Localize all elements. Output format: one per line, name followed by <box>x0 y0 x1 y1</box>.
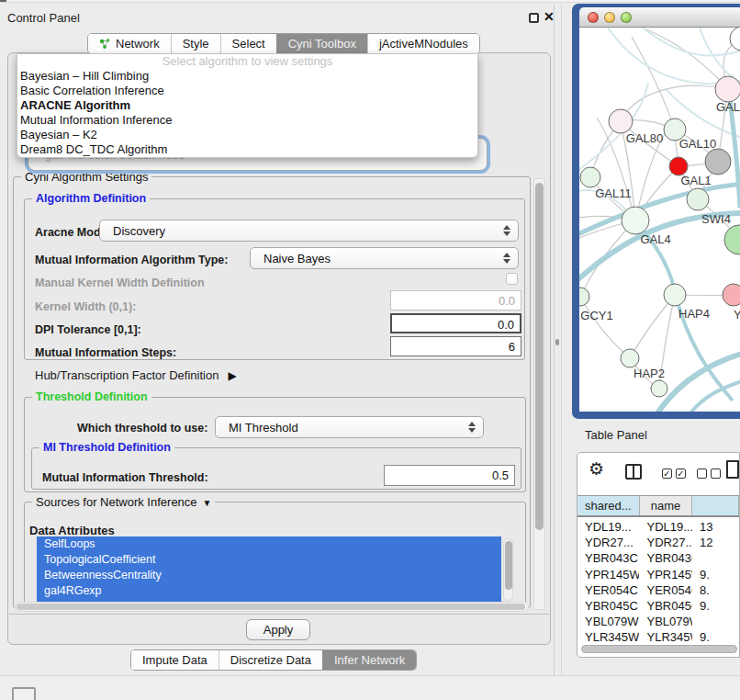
network-node[interactable] <box>687 188 709 210</box>
panel-splitter-edge <box>561 4 562 675</box>
table-row[interactable]: YBR043CYBR043C <box>577 550 739 566</box>
network-node[interactable] <box>622 207 649 234</box>
tab-style[interactable]: Style <box>171 34 220 53</box>
settings-hscrollbar-thumb[interactable] <box>17 604 525 610</box>
algorithm-option[interactable]: Basic Correlation Inference <box>17 84 477 98</box>
network-node[interactable] <box>580 167 600 187</box>
table-panel-body: ⚙ ✓ ✓ shared...name YDL19...YDL19...13YD… <box>577 452 740 658</box>
table-rows: YDL19...YDL19...13YDR27...YDR27...12YBR0… <box>577 519 739 644</box>
mi-threshold-field[interactable]: 0.5 <box>384 465 515 486</box>
close-icon[interactable]: ✕ <box>544 9 555 24</box>
deselect-all-checkbox-icon[interactable] <box>697 469 707 479</box>
attribute-item[interactable]: gal4RGexp <box>37 583 501 599</box>
tab-jactivemnodules[interactable]: jActiveMNodules <box>367 34 479 53</box>
tab-cyni-toolbox[interactable]: Cyni Toolbox <box>276 34 367 53</box>
zoom-traffic-light-icon[interactable] <box>621 12 632 23</box>
mi-steps-field[interactable]: 6 <box>390 336 521 356</box>
algorithm-option[interactable]: ARACNE Algorithm <box>17 98 477 113</box>
tab-network[interactable]: Network <box>88 34 171 53</box>
close-traffic-light-icon[interactable] <box>588 12 599 23</box>
table-row[interactable]: YER054CYER054C8. <box>577 582 739 598</box>
deselect-all-checkbox-icon[interactable] <box>711 469 721 479</box>
network-node-label: GAL <box>716 100 740 114</box>
settings-vscrollbar-thumb[interactable] <box>535 183 544 530</box>
dpi-tolerance-field[interactable]: 0.0 <box>390 313 521 333</box>
network-edge[interactable] <box>690 381 740 412</box>
network-node[interactable] <box>705 149 731 175</box>
attribute-item[interactable]: SelfLoops <box>37 536 501 552</box>
settings-gear-icon[interactable]: ⚙ <box>589 458 604 480</box>
table-row[interactable]: YLR345WYLR345W9. <box>577 629 739 644</box>
panel-splitter[interactable] <box>554 4 555 675</box>
which-threshold-select[interactable]: MI Threshold <box>215 416 484 438</box>
hub-section-row[interactable]: Hub/Transcription Factor Definition▶ <box>35 368 237 382</box>
float-window-icon[interactable] <box>529 13 539 23</box>
app-root: Control Panel ✕ NetworkStyleSelectCyni T… <box>0 0 740 700</box>
network-edge[interactable] <box>580 297 630 358</box>
column-header[interactable]: name <box>640 496 693 515</box>
mi-algorithm-type-select[interactable]: Naive Bayes <box>250 247 519 269</box>
network-node[interactable] <box>579 288 589 306</box>
table-row[interactable]: YDR27...YDR27...12 <box>577 535 739 550</box>
new-table-icon[interactable] <box>726 460 739 479</box>
network-canvas[interactable]: GALGAL80GAL10GAL1GAL11SWI4GAL4GCY1HAP4YH… <box>579 28 740 412</box>
table-row[interactable]: YBR045CYBR045C9. <box>577 598 739 614</box>
tab-infer-network[interactable]: Infer Network <box>322 650 416 670</box>
network-node[interactable] <box>651 380 667 397</box>
table-row[interactable]: YDL19...YDL19...13 <box>577 519 739 535</box>
data-attributes-list[interactable]: SelfLoopsTopologicalCoefficientBetweenne… <box>37 536 501 602</box>
select-all-checkbox-icon[interactable]: ✓ <box>676 469 686 479</box>
network-node[interactable] <box>730 28 740 51</box>
network-edge[interactable] <box>621 85 728 121</box>
network-edge[interactable] <box>730 99 740 208</box>
algorithm-option[interactable]: Bayesian – K2 <box>17 128 477 142</box>
apply-button[interactable]: Apply <box>246 619 310 640</box>
column-header[interactable]: shared... <box>577 496 640 515</box>
network-node[interactable] <box>715 76 740 102</box>
manual-kernel-width-label: Manual Kernel Width Definition <box>35 277 205 289</box>
network-node[interactable] <box>724 225 740 254</box>
top-strip <box>0 0 740 3</box>
algorithm-option[interactable]: Dream8 DC_TDC Algorithm <box>17 142 477 157</box>
algorithm-option[interactable]: Bayesian – Hill Climbing <box>17 69 477 84</box>
table-cell: YDL19... <box>577 520 639 534</box>
table-cell: YDR27... <box>639 536 692 549</box>
kernel-width-field[interactable]: 0.0 <box>390 290 521 310</box>
bottom-left-grip[interactable] <box>12 687 36 700</box>
network-node-label: Y <box>734 308 740 322</box>
tab-discretize-data[interactable]: Discretize Data <box>219 650 322 670</box>
aracne-mode-select[interactable]: Discovery <box>99 220 519 242</box>
tab-select[interactable]: Select <box>220 34 276 53</box>
expand-right-icon[interactable]: ▶ <box>228 369 236 382</box>
attributes-scrollbar-thumb[interactable] <box>505 541 512 590</box>
network-node[interactable] <box>669 157 688 175</box>
manual-kernel-width-checkbox[interactable] <box>506 273 518 285</box>
table-hscrollbar-thumb[interactable] <box>581 645 737 653</box>
network-node[interactable] <box>609 109 633 133</box>
top-corner-mark <box>0 0 6 2</box>
table-cell: YLR345W <box>639 630 692 644</box>
table-cell: YBL079W <box>577 615 639 628</box>
network-edge[interactable] <box>643 28 740 56</box>
hub-section-label: Hub/Transcription Factor Definition <box>35 368 219 382</box>
network-window-titlebar[interactable] <box>579 7 740 28</box>
algorithm-dropdown-prompt: Select algorithm to view settings <box>17 54 477 69</box>
table-cell: YBR045C <box>577 599 639 613</box>
split-view-icon[interactable] <box>625 464 642 480</box>
network-node[interactable] <box>723 284 740 306</box>
table-row[interactable]: YPR145WYPR145W9. <box>577 567 739 582</box>
attribute-item[interactable]: BetweennessCentrality <box>37 568 501 583</box>
network-edge[interactable] <box>632 37 675 130</box>
splitter-handle[interactable] <box>555 339 559 345</box>
attribute-item[interactable]: TopologicalCoefficient <box>37 552 501 568</box>
stepper-icon <box>465 422 479 433</box>
tab-impute-data[interactable]: Impute Data <box>131 650 219 670</box>
network-node[interactable] <box>621 349 639 367</box>
table-row[interactable]: YBL079WYBL079W <box>577 614 739 629</box>
network-node[interactable] <box>664 284 686 306</box>
minimize-traffic-light-icon[interactable] <box>604 12 615 23</box>
select-all-checkbox-icon[interactable]: ✓ <box>662 469 672 479</box>
collapse-down-icon[interactable]: ▼ <box>203 498 212 508</box>
column-header[interactable] <box>692 496 739 515</box>
algorithm-option[interactable]: Mutual Information Inference <box>17 113 477 128</box>
